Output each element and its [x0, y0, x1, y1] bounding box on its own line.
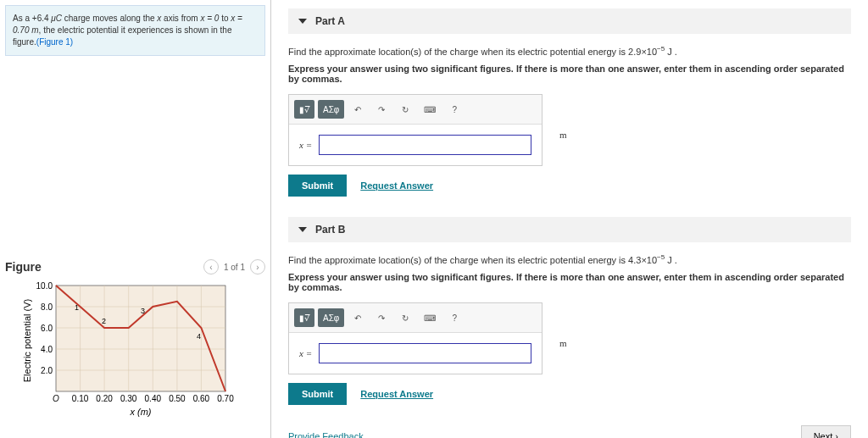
svg-text:0.50: 0.50: [169, 394, 186, 403]
svg-text:0.60: 0.60: [193, 394, 210, 403]
figure-graph: 1234 10.08.06.04.02.0 O 0.100.200.300.40…: [22, 281, 265, 427]
caret-down-icon: [298, 19, 307, 24]
figure-nav-text: 1 of 1: [224, 263, 245, 272]
part-b-instructions: Express your answer using two significan…: [288, 272, 851, 292]
answer-unit-a: m: [559, 130, 567, 140]
template-button[interactable]: ▮√̅: [294, 308, 314, 327]
part-a-question: Find the approximate location(s) of the …: [288, 44, 851, 58]
request-answer-a[interactable]: Request Answer: [360, 180, 433, 191]
caret-down-icon: [298, 227, 307, 232]
figure-link[interactable]: (Figure 1): [36, 37, 73, 47]
svg-text:2: 2: [102, 317, 106, 325]
submit-button-a[interactable]: Submit: [288, 175, 347, 197]
svg-text:4.0: 4.0: [41, 345, 53, 354]
svg-text:0.20: 0.20: [96, 394, 113, 403]
answer-unit-b: m: [559, 338, 567, 348]
help-button[interactable]: ?: [444, 100, 465, 119]
svg-text:0.30: 0.30: [120, 394, 137, 403]
svg-text:0.40: 0.40: [145, 394, 162, 403]
problem-prompt: As a +6.4 μC charge moves along the x ax…: [5, 5, 265, 56]
svg-text:O: O: [53, 394, 59, 403]
svg-text:1: 1: [75, 303, 79, 312]
svg-text:4: 4: [197, 332, 201, 341]
answer-var-a: x =: [299, 140, 312, 150]
template-button[interactable]: ▮√̅: [294, 100, 314, 119]
figure-next-button[interactable]: ›: [250, 259, 265, 274]
redo-button[interactable]: ↷: [371, 100, 392, 119]
part-b-header[interactable]: Part B: [288, 217, 851, 242]
part-a-instructions: Express your answer using two significan…: [288, 64, 851, 84]
svg-text:x (m): x (m): [129, 407, 151, 417]
symbols-button[interactable]: ΑΣφ: [318, 100, 344, 119]
answer-toolbar-b: ▮√̅ ΑΣφ ↶ ↷ ↻ ⌨ ?: [289, 303, 542, 333]
reset-button[interactable]: ↻: [395, 100, 415, 119]
svg-text:0.10: 0.10: [72, 394, 89, 403]
figure-title: Figure: [5, 260, 42, 274]
part-a-header[interactable]: Part A: [288, 8, 851, 34]
submit-button-b[interactable]: Submit: [288, 383, 347, 405]
request-answer-b[interactable]: Request Answer: [360, 389, 433, 399]
svg-text:3: 3: [141, 307, 145, 315]
part-b-question: Find the approximate location(s) of the …: [288, 252, 851, 267]
answer-toolbar-a: ▮√̅ ΑΣφ ↶ ↷ ↻ ⌨ ?: [289, 95, 542, 125]
svg-text:Electric potential (V): Electric potential (V): [22, 299, 32, 382]
svg-text:0.70: 0.70: [217, 394, 234, 403]
redo-button[interactable]: ↷: [371, 308, 392, 327]
figure-prev-button[interactable]: ‹: [203, 259, 219, 274]
undo-button[interactable]: ↶: [348, 308, 368, 327]
undo-button[interactable]: ↶: [348, 100, 368, 119]
answer-var-b: x =: [299, 348, 312, 358]
svg-text:10.0: 10.0: [36, 281, 53, 291]
keyboard-button[interactable]: ⌨: [419, 308, 441, 327]
provide-feedback-link[interactable]: Provide Feedback: [288, 431, 364, 438]
symbols-button[interactable]: ΑΣφ: [318, 308, 344, 327]
answer-input-b[interactable]: [319, 343, 531, 363]
help-button[interactable]: ?: [444, 308, 465, 327]
keyboard-button[interactable]: ⌨: [419, 100, 441, 119]
answer-input-a[interactable]: [319, 135, 531, 155]
svg-text:2.0: 2.0: [41, 366, 53, 375]
reset-button[interactable]: ↻: [395, 308, 415, 327]
svg-text:8.0: 8.0: [41, 302, 53, 312]
svg-text:6.0: 6.0: [41, 324, 53, 333]
next-button[interactable]: Next ›: [801, 425, 851, 438]
